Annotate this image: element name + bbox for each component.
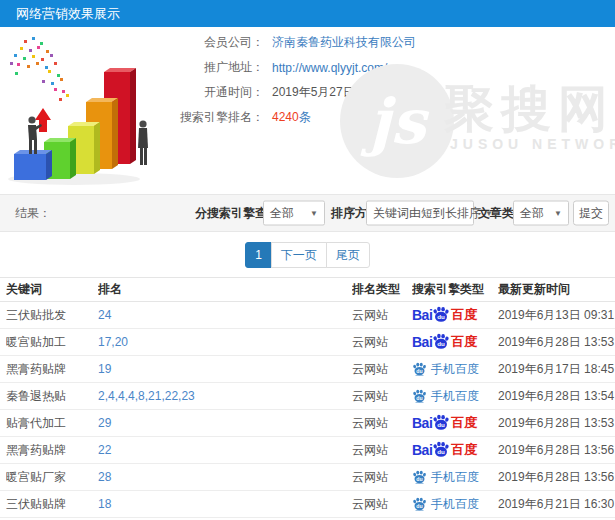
col-rank-type: 排名类型: [352, 281, 412, 298]
svg-text:du: du: [416, 476, 422, 482]
sort-filter-value: 关键词由短到长排序: [373, 205, 481, 222]
cell-rank-type: 云网站: [352, 334, 412, 351]
rank-link[interactable]: 22: [98, 443, 111, 457]
cell-keyword: 暖宫贴加工: [6, 334, 98, 351]
cell-rank-type: 云网站: [352, 469, 412, 486]
submit-button[interactable]: 提交: [573, 201, 609, 226]
svg-text:du: du: [416, 368, 422, 374]
cell-updated: 2019年6月13日 09:31: [498, 307, 615, 324]
opened-label: 开通时间：: [172, 84, 264, 101]
jusou-subtitle: JUSOU NETWORK: [450, 136, 615, 152]
table-row: 暖宫贴厂家 28 云网站 du 手机百度 2019年6月28日 13:56: [0, 464, 615, 491]
table-row: 暖宫贴加工 17,20 云网站 Bai du 百度 2019年6月28日 13:…: [0, 329, 615, 356]
confetti-decoration: [10, 37, 69, 101]
rank-link[interactable]: 24: [98, 308, 111, 322]
last-page-button[interactable]: 尾页: [326, 242, 370, 268]
cell-rank-type: 云网站: [352, 442, 412, 459]
rank-link[interactable]: 17,20: [98, 335, 128, 349]
chevron-down-icon: ▼: [554, 209, 562, 218]
sort-filter-select[interactable]: 关键词由短到长排序 ▼: [366, 201, 474, 226]
cell-keyword: 黑膏药贴牌: [6, 442, 98, 459]
engine-filter-select[interactable]: 全部 ▼: [263, 201, 325, 226]
svg-text:du: du: [416, 503, 422, 509]
cell-updated: 2019年6月28日 13:53: [498, 334, 615, 351]
opened-time: 2019年5月27日 09:17: [272, 84, 388, 101]
baidu-logo-text: Bai: [412, 307, 432, 323]
cell-keyword: 秦鲁退热贴: [6, 388, 98, 405]
svg-text:du: du: [438, 314, 446, 321]
top-bar: 网络营销效果展示: [0, 0, 615, 27]
table-row: 黑膏药贴牌 22 云网站 Bai du 百度 2019年6月28日 13:56: [0, 437, 615, 464]
pagination: 1 下一页 尾页: [0, 242, 615, 268]
member-info-panel: 会员公司： 济南秦鲁药业科技有限公司 推广地址： http://www.qlyy…: [172, 30, 472, 130]
cell-engine: du 手机百度: [412, 469, 498, 486]
cell-updated: 2019年6月17日 18:45: [498, 361, 615, 378]
engine-filter-value: 全部: [270, 205, 294, 222]
baidu-logo-text: Bai: [412, 334, 432, 350]
info-row-engine-rank: 搜索引擎排名： 4240条: [172, 105, 472, 130]
table-row: 三伏贴贴牌 18 云网站 du 手机百度 2019年6月21日 16:30: [0, 491, 615, 518]
baidu-logo-text: Bai: [412, 442, 432, 458]
baidu-paw-icon: du: [432, 414, 450, 431]
engine-rank-label: 搜索引擎排名：: [172, 109, 264, 126]
baidu-logo-cn: 百度: [451, 333, 477, 351]
rank-link[interactable]: 19: [98, 362, 111, 376]
mobile-baidu-label: 手机百度: [431, 388, 479, 405]
chevron-down-icon: ▼: [310, 209, 318, 218]
rank-link[interactable]: 28: [98, 470, 111, 484]
company-label: 会员公司：: [172, 34, 264, 51]
cell-rank-type: 云网站: [352, 415, 412, 432]
table-header: 关键词 排名 排名类型 搜索引擎类型 最新更新时间: [0, 277, 615, 302]
mobile-baidu-label: 手机百度: [431, 496, 479, 513]
next-page-button[interactable]: 下一页: [271, 242, 327, 268]
cell-keyword: 黑膏药贴牌: [6, 361, 98, 378]
rank-link[interactable]: 18: [98, 497, 111, 511]
page-1-button[interactable]: 1: [245, 242, 272, 268]
table-row: 三伏贴批发 24 云网站 Bai du 百度 2019年6月13日 09:31: [0, 302, 615, 329]
cell-rank-type: 云网站: [352, 388, 412, 405]
engine-rank-count: 4240条: [272, 109, 311, 126]
result-label: 结果：: [15, 205, 51, 222]
cell-engine: Bai du 百度: [412, 414, 498, 432]
cell-engine: Bai du 百度: [412, 441, 498, 459]
table-row: 秦鲁退热贴 2,4,4,4,8,21,22,23 云网站 du 手机百度 201…: [0, 383, 615, 410]
company-link[interactable]: 济南秦鲁药业科技有限公司: [272, 34, 416, 51]
baidu-logo-cn: 百度: [451, 306, 477, 324]
col-rank: 排名: [98, 281, 352, 298]
filter-bar: 结果： 分搜索引擎查看 全部 ▼ 排序方式 关键词由短到长排序 ▼ 文章类型 全…: [0, 194, 615, 232]
cell-keyword: 暖宫贴厂家: [6, 469, 98, 486]
col-updated: 最新更新时间: [498, 281, 615, 298]
cell-rank-type: 云网站: [352, 361, 412, 378]
info-row-opened: 开通时间： 2019年5月27日 09:17: [172, 80, 472, 105]
table-body: 三伏贴批发 24 云网站 Bai du 百度 2019年6月13日 09:31 …: [0, 302, 615, 518]
rank-link[interactable]: 29: [98, 416, 111, 430]
baidu-paw-icon: du: [412, 497, 427, 511]
col-keyword: 关键词: [6, 281, 98, 298]
cell-updated: 2019年6月28日 13:56: [498, 469, 615, 486]
svg-text:du: du: [438, 449, 446, 456]
keyword-table: 关键词 排名 排名类型 搜索引擎类型 最新更新时间 三伏贴批发 24 云网站 B…: [0, 277, 615, 518]
svg-text:du: du: [416, 395, 422, 401]
mobile-baidu-label: 手机百度: [431, 361, 479, 378]
col-engine-type: 搜索引擎类型: [412, 281, 498, 298]
rank-link[interactable]: 2,4,4,4,8,21,22,23: [98, 389, 195, 403]
cell-updated: 2019年6月28日 13:54: [498, 388, 615, 405]
table-row: 黑膏药贴牌 19 云网站 du 手机百度 2019年6月17日 18:45: [0, 356, 615, 383]
cell-engine: Bai du 百度: [412, 306, 498, 324]
cell-rank-type: 云网站: [352, 496, 412, 513]
url-label: 推广地址：: [172, 59, 264, 76]
page-title: 网络营销效果展示: [0, 0, 615, 27]
table-row: 贴膏代加工 29 云网站 Bai du 百度 2019年6月28日 13:53: [0, 410, 615, 437]
mobile-baidu-label: 手机百度: [431, 469, 479, 486]
promo-url-link[interactable]: http://www.qlyyjt.com/: [272, 61, 387, 75]
cell-keyword: 贴膏代加工: [6, 415, 98, 432]
cell-engine: du 手机百度: [412, 361, 498, 378]
bar-chart-illustration: [2, 32, 174, 186]
svg-text:du: du: [438, 422, 446, 429]
article-type-filter-value: 全部: [520, 205, 544, 222]
article-type-filter-select[interactable]: 全部 ▼: [513, 201, 569, 226]
cell-engine: Bai du 百度: [412, 333, 498, 351]
bar-blue: [14, 150, 52, 180]
baidu-paw-icon: du: [432, 306, 450, 323]
cell-engine: du 手机百度: [412, 388, 498, 405]
